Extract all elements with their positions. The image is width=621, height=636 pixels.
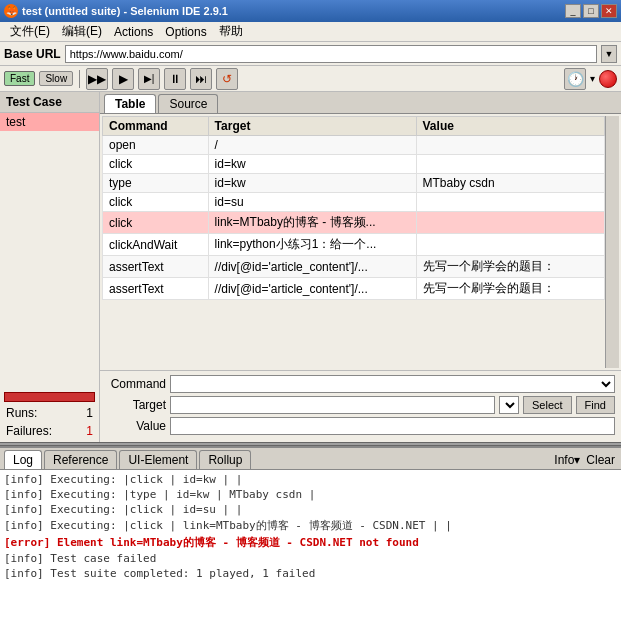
menu-bar: 文件(E) 编辑(E) Actions Options 帮助 — [0, 22, 621, 42]
speed-slow-button[interactable]: Slow — [39, 71, 73, 86]
minimize-button[interactable]: _ — [565, 4, 581, 18]
toolbar-run-all-button[interactable]: ▶▶ — [86, 68, 108, 90]
base-url-label: Base URL — [4, 47, 61, 61]
table-row[interactable]: assertText//div[@id='article_content']/.… — [103, 278, 605, 300]
failures-value: 1 — [86, 424, 93, 438]
table-row[interactable]: assertText//div[@id='article_content']/.… — [103, 256, 605, 278]
toolbar-pause-button[interactable]: ⏸ — [164, 68, 186, 90]
bottom-tab-bar: Log Reference UI-Element Rollup Info▾ Cl… — [0, 448, 621, 470]
tab-ui-element[interactable]: UI-Element — [119, 450, 197, 469]
target-dropdown[interactable] — [499, 396, 519, 414]
toolbar-step-button[interactable]: ⏭ — [190, 68, 212, 90]
failures-row: Failures: 1 — [0, 422, 99, 440]
window-title: test (untitled suite) - Selenium IDE 2.9… — [22, 5, 228, 17]
base-url-dropdown-btn[interactable]: ▼ — [601, 45, 617, 63]
target-input[interactable] — [170, 396, 495, 414]
left-panel: Test Case test Runs: 1 Failures: 1 — [0, 92, 100, 442]
value-row: Value — [106, 417, 615, 435]
col-command: Command — [103, 117, 209, 136]
col-target: Target — [208, 117, 416, 136]
record-button[interactable] — [599, 70, 617, 88]
command-table-area: Command Target Value open/clickid=kwtype… — [102, 116, 619, 368]
toolbar-dropdown-arrow[interactable]: ▾ — [590, 73, 595, 84]
test-case-header: Test Case — [0, 92, 99, 113]
log-line: [info] Test suite completed: 1 played, 1… — [4, 566, 617, 581]
menu-options[interactable]: Options — [159, 23, 212, 41]
table-row[interactable]: clickid=kw — [103, 155, 605, 174]
runs-value: 1 — [86, 406, 93, 420]
log-line: [info] Executing: |click | id=su | | — [4, 502, 617, 517]
app-icon: 🦊 — [4, 4, 18, 18]
menu-file[interactable]: 文件(E) — [4, 21, 56, 42]
runs-label: Runs: — [6, 406, 37, 420]
tab-table[interactable]: Table — [104, 94, 156, 113]
tab-source[interactable]: Source — [158, 94, 218, 113]
col-value: Value — [416, 117, 604, 136]
command-table-scroll[interactable]: Command Target Value open/clickid=kwtype… — [102, 116, 605, 368]
log-clear-button[interactable]: Clear — [586, 453, 615, 467]
menu-edit[interactable]: 编辑(E) — [56, 21, 108, 42]
failures-label: Failures: — [6, 424, 52, 438]
test-case-item[interactable]: test — [0, 113, 99, 131]
find-button[interactable]: Find — [576, 396, 615, 414]
table-row[interactable]: clickAndWaitlink=python小练习1：给一个... — [103, 234, 605, 256]
target-row: Target Select Find — [106, 396, 615, 414]
menu-actions[interactable]: Actions — [108, 23, 159, 41]
window-controls: _ □ ✕ — [565, 4, 617, 18]
failures-bar — [4, 392, 95, 402]
log-line: [error] Element link=MTbaby的博客 - 博客频道 - … — [4, 534, 617, 551]
toolbar-run-button[interactable]: ▶ — [112, 68, 134, 90]
table-scrollbar[interactable] — [605, 116, 619, 368]
command-table: Command Target Value open/clickid=kwtype… — [102, 116, 605, 300]
right-panel: Table Source Command Target Value — [100, 92, 621, 442]
command-label: Command — [106, 377, 166, 391]
menu-help[interactable]: 帮助 — [213, 21, 249, 42]
command-select[interactable] — [170, 375, 615, 393]
value-input[interactable] — [170, 417, 615, 435]
log-line: [info] Executing: |click | link=MTbaby的博… — [4, 517, 617, 534]
toolbar-run-suite-button[interactable]: ▶| — [138, 68, 160, 90]
base-url-input[interactable] — [65, 45, 597, 63]
main-tab-bar: Table Source — [100, 92, 621, 114]
base-url-bar: Base URL ▼ — [0, 42, 621, 66]
log-area[interactable]: [info] Executing: |click | id=kw | |[inf… — [0, 470, 621, 636]
command-row: Command — [106, 375, 615, 393]
select-button[interactable]: Select — [523, 396, 572, 414]
log-line: [info] Executing: |click | id=kw | | — [4, 472, 617, 487]
table-row[interactable]: typeid=kwMTbaby csdn — [103, 174, 605, 193]
tab-reference[interactable]: Reference — [44, 450, 117, 469]
tab-log[interactable]: Log — [4, 450, 42, 469]
tab-rollup[interactable]: Rollup — [199, 450, 251, 469]
bottom-tabs-left: Log Reference UI-Element Rollup — [4, 450, 251, 469]
maximize-button[interactable]: □ — [583, 4, 599, 18]
table-row[interactable]: open/ — [103, 136, 605, 155]
main-layout: Test Case test Runs: 1 Failures: 1 Table… — [0, 92, 621, 442]
speed-fast-button[interactable]: Fast — [4, 71, 35, 86]
table-row[interactable]: clicklink=MTbaby的博客 - 博客频... — [103, 212, 605, 234]
target-label: Target — [106, 398, 166, 412]
command-inputs: Command Target Select Find Value — [100, 370, 621, 442]
runs-row: Runs: 1 — [0, 404, 99, 422]
log-line: [info] Test case failed — [4, 551, 617, 566]
toolbar-clock-button[interactable]: 🕐 — [564, 68, 586, 90]
toolbar-reload-button[interactable]: ↺ — [216, 68, 238, 90]
bottom-panel: Log Reference UI-Element Rollup Info▾ Cl… — [0, 446, 621, 636]
log-actions: Info▾ Clear — [554, 450, 621, 469]
log-info-button[interactable]: Info▾ — [554, 453, 580, 467]
log-line: [info] Executing: |type | id=kw | MTbaby… — [4, 487, 617, 502]
value-label: Value — [106, 419, 166, 433]
title-bar: 🦊 test (untitled suite) - Selenium IDE 2… — [0, 0, 621, 22]
close-button[interactable]: ✕ — [601, 4, 617, 18]
table-row[interactable]: clickid=su — [103, 193, 605, 212]
